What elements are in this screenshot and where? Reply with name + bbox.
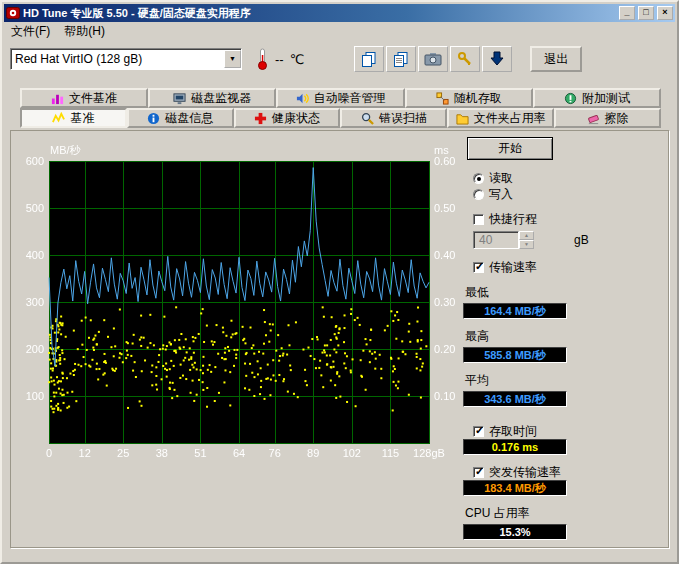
exit-button[interactable]: 退出 xyxy=(530,46,582,72)
copy-text-button[interactable] xyxy=(386,46,416,72)
menubar: 文件(F) 帮助(H) xyxy=(2,22,677,41)
drive-select-value: Red Hat VirtIO (128 gB) xyxy=(15,52,142,66)
tab-label: 磁盘监视器 xyxy=(191,90,251,107)
tab-disk-monitor[interactable]: 磁盘监视器 xyxy=(148,88,276,108)
tab-error-scan[interactable]: 错误扫描 xyxy=(340,108,447,128)
disk-monitor-icon xyxy=(173,92,186,105)
tab-health[interactable]: 健康状态 xyxy=(234,108,341,128)
access-time-value: 0.176 ms xyxy=(463,439,567,455)
copy-text-icon xyxy=(393,51,409,67)
benchmark-icon xyxy=(52,112,65,125)
max-label: 最高 xyxy=(465,328,664,345)
menu-help[interactable]: 帮助(H) xyxy=(57,21,112,42)
benchmark-canvas xyxy=(13,135,463,473)
options-button[interactable] xyxy=(450,46,480,72)
burst-rate-value: 183.4 MB/秒 xyxy=(463,480,567,496)
burst-rate-label: 突发传输速率 xyxy=(489,464,561,481)
tab-label: 磁盘信息 xyxy=(165,110,213,127)
cpu-usage-label: CPU 占用率 xyxy=(465,505,664,522)
erase-icon xyxy=(587,112,600,125)
short-stroke-unit: gB xyxy=(574,233,589,247)
short-stroke-input[interactable]: 40 xyxy=(473,231,519,249)
spin-up-icon[interactable]: ▲ xyxy=(519,231,534,240)
chevron-down-icon[interactable]: ▼ xyxy=(224,50,241,68)
short-stroke-spinner: ▲ ▼ xyxy=(519,231,534,249)
toolbar-buttons xyxy=(354,46,512,72)
file-benchmark-icon xyxy=(51,92,64,105)
max-value: 585.8 MB/秒 xyxy=(463,347,567,363)
save-button[interactable] xyxy=(482,46,512,72)
write-radio-label: 写入 xyxy=(489,186,513,203)
tab-row-1: 文件基准 磁盘监视器 自动噪音管理 随机存取 xyxy=(20,88,661,108)
tab-label: 擦除 xyxy=(605,110,629,127)
copy-image-icon xyxy=(361,51,377,67)
tab-aam[interactable]: 自动噪音管理 xyxy=(276,88,404,108)
benchmark-controls: 开始 读取 写入 快捷行程 40 ▲ ▼ gB xyxy=(463,137,664,540)
tab-label: 文件基准 xyxy=(69,90,117,107)
temperature-display: -- ℃ xyxy=(256,48,304,70)
error-scan-icon xyxy=(361,112,374,125)
cpu-usage-value: 15.3% xyxy=(463,524,567,540)
camera-icon xyxy=(424,51,442,67)
random-access-icon xyxy=(436,92,449,105)
short-stroke-size: 40 ▲ ▼ gB xyxy=(473,231,664,249)
access-time-label: 存取时间 xyxy=(489,423,537,440)
toolbar: Red Hat VirtIO (128 gB) ▼ -- ℃ xyxy=(2,41,677,77)
menu-file[interactable]: 文件(F) xyxy=(4,21,57,42)
maximize-button[interactable]: □ xyxy=(638,6,654,20)
tab-row-2: 基准 磁盘信息 健康状态 错误扫描 xyxy=(20,108,661,128)
avg-label: 平均 xyxy=(465,372,664,389)
minimize-button[interactable]: _ xyxy=(619,6,635,20)
tab-random-access[interactable]: 随机存取 xyxy=(405,88,533,108)
screenshot-button[interactable] xyxy=(418,46,448,72)
burst-rate-checkbox[interactable] xyxy=(473,467,484,478)
tab-label: 随机存取 xyxy=(454,90,502,107)
folder-usage-icon xyxy=(456,112,469,125)
titlebar: HD Tune 专业版 5.50 - 硬盘/固态硬盘实用程序 _ □ × xyxy=(4,4,675,22)
drive-select[interactable]: Red Hat VirtIO (128 gB) ▼ xyxy=(10,48,242,70)
read-radio[interactable] xyxy=(473,173,484,184)
hd-tune-window: HD Tune 专业版 5.50 - 硬盘/固态硬盘实用程序 _ □ × 文件(… xyxy=(0,0,679,564)
download-arrow-icon xyxy=(489,51,505,67)
info-icon xyxy=(147,112,160,125)
window-title: HD Tune 专业版 5.50 - 硬盘/固态硬盘实用程序 xyxy=(23,6,616,21)
tab-label: 健康状态 xyxy=(272,110,320,127)
key-icon xyxy=(457,51,473,67)
close-button[interactable]: × xyxy=(657,6,673,20)
app-icon xyxy=(6,6,20,20)
benchmark-panel: 开始 读取 写入 快捷行程 40 ▲ ▼ gB xyxy=(10,130,669,548)
transfer-rate-checkbox[interactable] xyxy=(473,262,484,273)
min-value: 164.4 MB/秒 xyxy=(463,303,567,319)
access-time-checkbox[interactable] xyxy=(473,426,484,437)
tab-label: 基准 xyxy=(70,110,94,127)
short-stroke-checkbox[interactable] xyxy=(473,214,484,225)
short-stroke-label: 快捷行程 xyxy=(489,211,537,228)
transfer-rate-label: 传输速率 xyxy=(489,259,537,276)
min-label: 最低 xyxy=(465,284,664,301)
tab-bar: 文件基准 磁盘监视器 自动噪音管理 随机存取 xyxy=(20,88,661,128)
health-icon xyxy=(254,112,267,125)
avg-value: 343.6 MB/秒 xyxy=(463,391,567,407)
thermometer-icon xyxy=(256,48,269,70)
temperature-unit: ℃ xyxy=(290,52,305,67)
spin-down-icon[interactable]: ▼ xyxy=(519,240,534,249)
tab-disk-info[interactable]: 磁盘信息 xyxy=(127,108,234,128)
tab-file-benchmark[interactable]: 文件基准 xyxy=(20,88,148,108)
tab-folder-usage[interactable]: 文件夹占用率 xyxy=(447,108,554,128)
extra-tests-icon xyxy=(564,92,577,105)
start-button[interactable]: 开始 xyxy=(467,137,553,160)
temperature-value: -- xyxy=(275,52,284,67)
tab-extra-tests[interactable]: 附加测试 xyxy=(533,88,661,108)
copy-image-button[interactable] xyxy=(354,46,384,72)
write-radio[interactable] xyxy=(473,189,484,200)
tab-label: 自动噪音管理 xyxy=(314,90,386,107)
tab-label: 错误扫描 xyxy=(379,110,427,127)
read-radio-label: 读取 xyxy=(489,170,513,187)
tab-label: 文件夹占用率 xyxy=(474,110,546,127)
aam-icon xyxy=(296,92,309,105)
tab-erase[interactable]: 擦除 xyxy=(554,108,661,128)
tab-label: 附加测试 xyxy=(582,90,630,107)
tab-benchmark[interactable]: 基准 xyxy=(20,108,127,128)
